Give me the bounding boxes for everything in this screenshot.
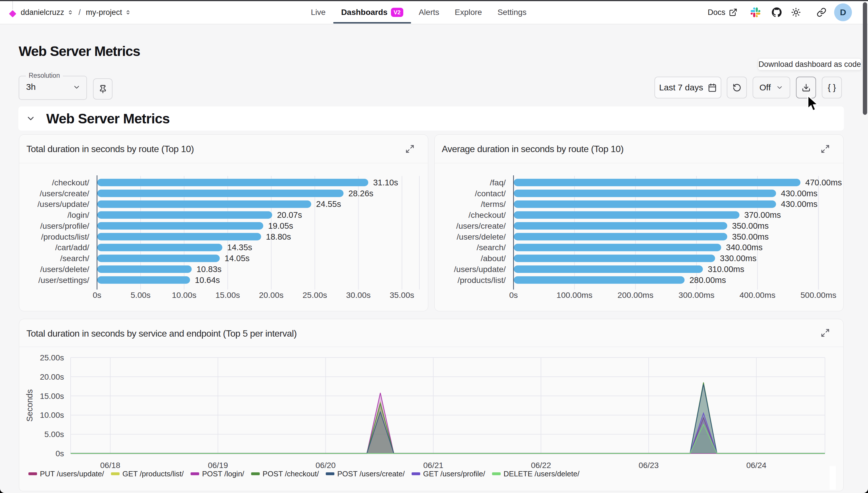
github-button[interactable]	[772, 7, 782, 17]
svg-text:06/19: 06/19	[208, 461, 228, 470]
slack-icon	[750, 7, 760, 17]
org-selector-icon[interactable]	[67, 9, 73, 16]
bar-login[interactable]	[97, 211, 272, 219]
bar-productslist[interactable]	[514, 276, 684, 284]
expand-icon[interactable]	[405, 144, 415, 153]
share-link-button[interactable]	[817, 7, 826, 17]
bar-terms[interactable]	[514, 200, 776, 208]
tab-alerts[interactable]: Alerts	[411, 1, 447, 23]
breadcrumb-separator: /	[78, 8, 82, 17]
link-icon	[817, 7, 826, 17]
chart-card-average-duration: Average duration in seconds by route (To…	[434, 134, 844, 312]
svg-text:280.00ms: 280.00ms	[690, 276, 726, 285]
svg-text:14.35s: 14.35s	[227, 243, 252, 252]
bar-checkout[interactable]	[97, 179, 368, 186]
v2-badge: V2	[391, 8, 403, 17]
tab-dashboards[interactable]: DashboardsV2	[333, 1, 411, 23]
svg-text:470.00ms: 470.00ms	[805, 178, 842, 187]
bar-usersdelete[interactable]	[97, 265, 192, 273]
svg-text:15.00s: 15.00s	[215, 291, 240, 300]
chart-card-service-endpoint: Total duration in seconds by service and…	[19, 319, 844, 491]
legend-item[interactable]: POST /users/create/	[326, 470, 405, 478]
svg-text:10.00s: 10.00s	[172, 291, 197, 300]
svg-text:/cart/add/: /cart/add/	[55, 243, 89, 252]
bar-search[interactable]	[514, 244, 721, 251]
bar-faq[interactable]	[514, 179, 801, 186]
pin-resolution-button[interactable]	[93, 78, 112, 100]
bar-contact[interactable]	[514, 190, 776, 197]
svg-text:06/20: 06/20	[315, 461, 336, 470]
breadcrumb-project[interactable]: my-project	[86, 8, 131, 17]
svg-text:PUT /users/update/: PUT /users/update/	[40, 470, 104, 478]
dashboard-page: Web Server Metrics Download dashboard as…	[0, 24, 868, 493]
time-range-value: Last 7 days	[659, 83, 703, 92]
chevron-down-icon	[776, 84, 783, 91]
svg-text:0s: 0s	[56, 449, 64, 458]
bar-usersettings[interactable]	[97, 276, 190, 284]
auto-refresh-value: Off	[760, 83, 771, 92]
svg-text:370.00ms: 370.00ms	[744, 210, 781, 219]
legend-item[interactable]: PUT /users/update/	[28, 470, 104, 478]
expand-icon[interactable]	[821, 144, 830, 153]
expand-icon[interactable]	[821, 328, 830, 338]
scroll-artifact	[829, 466, 836, 490]
bar-usersdelete[interactable]	[514, 233, 727, 240]
page-scrollbar[interactable]	[863, 2, 867, 115]
svg-text:28.26s: 28.26s	[348, 189, 374, 198]
bar-productslist[interactable]	[97, 233, 261, 240]
svg-text:0s: 0s	[93, 291, 101, 300]
svg-text:35.00s: 35.00s	[390, 291, 415, 300]
svg-text:06/23: 06/23	[639, 461, 659, 470]
total-duration-by-route-svg: /checkout/31.10s/users/create/28.26s/use…	[19, 163, 428, 312]
svg-text:430.00ms: 430.00ms	[781, 189, 818, 198]
time-range-button[interactable]: Last 7 days	[654, 77, 721, 99]
section-collapse-icon[interactable]	[26, 114, 36, 123]
svg-text:350.00ms: 350.00ms	[732, 232, 769, 241]
bar-about[interactable]	[514, 255, 715, 262]
bar-search[interactable]	[97, 255, 219, 262]
bar-usersupdate[interactable]	[97, 200, 311, 208]
bar-usersupdate[interactable]	[514, 265, 703, 273]
bar-userscreate[interactable]	[97, 190, 344, 197]
legend-item[interactable]: DELETE /users/delete/	[492, 470, 579, 478]
tab-live[interactable]: Live	[303, 1, 333, 23]
section-header[interactable]: Web Server Metrics	[18, 106, 844, 131]
slack-button[interactable]	[750, 7, 760, 17]
avatar[interactable]: D	[834, 3, 852, 21]
bar-usersprofile[interactable]	[97, 222, 263, 230]
chevron-down-icon	[72, 83, 81, 91]
svg-text:/contact/: /contact/	[475, 189, 506, 198]
bar-cartadd[interactable]	[97, 244, 223, 251]
breadcrumb-org[interactable]: ddanielcruzz	[21, 8, 73, 17]
legend-item[interactable]: GET /users/profile/	[411, 470, 485, 478]
theme-toggle-button[interactable]	[791, 7, 801, 17]
bar-userscreate[interactable]	[514, 222, 727, 230]
svg-text:31.10s: 31.10s	[373, 178, 398, 187]
svg-text:24.55s: 24.55s	[316, 199, 341, 209]
tab-settings[interactable]: Settings	[490, 1, 534, 23]
svg-text:/products/list/: /products/list/	[41, 232, 89, 241]
edit-json-button[interactable]: { }	[822, 77, 842, 99]
area-chart-service-endpoint: 0s5.00s10.00s15.00s20.00s25.00s06/1806/1…	[19, 347, 843, 491]
project-selector-icon[interactable]	[125, 9, 131, 16]
svg-text:/users/update/: /users/update/	[37, 199, 89, 209]
legend-item[interactable]: POST /login/	[191, 470, 245, 478]
svg-text:/users/create/: /users/create/	[456, 221, 506, 231]
calendar-icon	[708, 83, 717, 92]
svg-text:10.00s: 10.00s	[40, 411, 64, 420]
svg-text:/user/settings/: /user/settings/	[39, 276, 89, 285]
refresh-button[interactable]	[727, 77, 747, 99]
svg-text:/faq/: /faq/	[490, 178, 506, 187]
svg-text:GET /products/list/: GET /products/list/	[123, 470, 184, 478]
legend-item[interactable]: GET /products/list/	[111, 470, 184, 478]
sun-icon	[791, 7, 801, 17]
resolution-select[interactable]: Resolution 3h	[19, 76, 87, 100]
docs-link[interactable]: Docs	[707, 8, 737, 17]
svg-text:/users/delete/: /users/delete/	[457, 232, 506, 241]
tab-explore[interactable]: Explore	[447, 1, 490, 23]
legend-item[interactable]: POST /checkout/	[251, 470, 319, 478]
auto-refresh-select[interactable]: Off	[753, 77, 790, 99]
svg-text:/terms/: /terms/	[481, 199, 506, 209]
svg-text:18.80s: 18.80s	[266, 232, 291, 241]
bar-checkout[interactable]	[514, 211, 739, 219]
